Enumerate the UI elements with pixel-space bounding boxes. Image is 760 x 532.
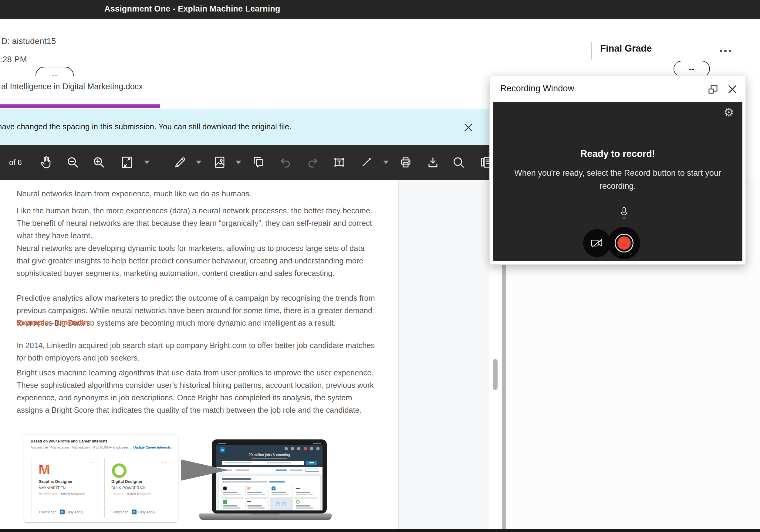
pen-caret-icon[interactable] [196, 161, 202, 164]
recording-window-header: Recording Window [490, 75, 745, 102]
record-button-red-dot [617, 236, 631, 250]
mini-job-card [294, 498, 317, 510]
job-company: BULK POWDERS® [111, 486, 145, 490]
more-options-icon[interactable] [720, 50, 731, 52]
line-caret-icon[interactable] [383, 161, 389, 164]
submission-header: D: aistudent15 :28 PM -- Final Grade -- [0, 19, 760, 76]
bottom-edge-bar [0, 529, 760, 532]
mac-menubar [216, 443, 322, 445]
jobs-headline: 20 million jobs & counting [216, 453, 322, 457]
camera-off-button[interactable] [583, 229, 611, 257]
text-box-icon[interactable] [331, 154, 347, 170]
job-posted: 5 days ago · [111, 510, 130, 514]
assignment-title: Assignment One - Explain Machine Learnin… [104, 4, 280, 14]
doc-paragraph: Neural networks learn from experience, m… [17, 188, 379, 200]
record-button[interactable] [608, 227, 640, 259]
image-stamp-icon[interactable] [212, 154, 228, 170]
filter-bar [216, 467, 322, 474]
submission-time: :28 PM [0, 55, 27, 64]
linkedin-panel-filters: Any job title - Any location - Any indus… [31, 446, 171, 449]
linkedin-panel-heading: Based on your Profile and Career interes… [31, 439, 108, 443]
jobs-panel: M X [218, 475, 321, 510]
linkedin-logo: in [220, 447, 225, 453]
linkedin-badge-icon: in [60, 509, 65, 514]
pages-icon[interactable] [478, 154, 489, 170]
mini-job-card [221, 498, 244, 510]
document-tab-label: al Intelligence in Digital Marketing.doc… [0, 82, 143, 91]
linkedin-nav-icons [285, 447, 319, 450]
notification-message: have changed the spacing in this submiss… [0, 122, 291, 131]
jobs-subline-skeleton [252, 458, 287, 459]
job-posted: 1 week ago · [38, 510, 59, 514]
ready-heading: Ready to record! [493, 148, 742, 159]
doc-heading: Example - LinkedIn: [17, 318, 91, 327]
easy-apply-label: Easy Apply [66, 510, 83, 514]
linkedin-badge-icon: in [132, 509, 136, 514]
title-bar: Assignment One - Explain Machine Learnin… [0, 0, 760, 19]
page-indicator: of 6 [9, 158, 22, 167]
line-tool-icon[interactable] [358, 154, 375, 170]
easy-apply-label: Easy Apply [138, 510, 155, 514]
final-grade-label: Final Grade [600, 43, 652, 54]
card-divider [111, 506, 128, 506]
recording-window-title: Recording Window [500, 83, 574, 93]
undo-icon[interactable] [277, 154, 294, 170]
tab-document[interactable]: al Intelligence in Digital Marketing.doc… [0, 82, 143, 91]
grading-app: Assignment One - Explain Machine Learnin… [0, 0, 760, 532]
microphone-icon [620, 207, 629, 221]
document-viewer: Neural networks learn from experience, m… [0, 180, 489, 529]
bulk-powders-logo [112, 463, 126, 478]
mini-job-card [246, 498, 268, 510]
fit-page-caret-icon[interactable] [144, 161, 150, 164]
jobs-content: M X [216, 473, 322, 510]
job-search-field [222, 461, 304, 465]
search-icon[interactable] [450, 154, 467, 170]
job-title: Digital Designer [111, 479, 143, 484]
student-id: D: aistudent15 [1, 36, 56, 46]
comment-icon[interactable] [250, 154, 267, 170]
pan-icon[interactable] [38, 154, 54, 170]
laptop-base [199, 513, 332, 520]
doc-paragraph: Neural networks are developing dynamic t… [17, 242, 379, 279]
recording-instructions: When you're ready, select the Record but… [511, 167, 724, 193]
fit-page-icon[interactable] [119, 154, 135, 170]
linkedin-suggestions-image: Based on your Profile and Career interes… [24, 435, 178, 523]
card-menu-icon: ... [162, 459, 166, 464]
mini-job-card: X [270, 485, 293, 498]
mini-job-card: M [246, 485, 268, 498]
laptop-image: in 20 million jobs & counting [212, 439, 327, 513]
mini-job-card [221, 485, 244, 498]
job-meta: 1 week ago · in Easy Apply [38, 509, 83, 514]
header-divider [591, 42, 592, 60]
recording-window: Recording Window ⚙ Ready to record! When… [490, 75, 746, 265]
card-divider [38, 506, 55, 506]
recording-close-icon[interactable] [726, 83, 739, 96]
image-caret-icon[interactable] [236, 161, 241, 164]
spacing-notification: have changed the spacing in this submiss… [0, 109, 489, 145]
laptop-screen: in 20 million jobs & counting [216, 443, 322, 510]
update-career-link: Update Career interests [133, 446, 171, 449]
doc-paragraph: Like the human brain, the more experienc… [17, 205, 379, 242]
final-grade-pill[interactable]: -- [674, 61, 710, 77]
scrollbar-thumb[interactable] [493, 359, 498, 390]
callout-arrow [181, 459, 228, 481]
popout-icon[interactable] [707, 83, 719, 96]
notification-close-icon[interactable] [462, 121, 475, 134]
job-location: Manchester, United Kingdom [38, 492, 85, 496]
linkedin-site-header: in 20 million jobs & counting [216, 445, 322, 467]
active-tab-underline [0, 104, 160, 108]
settings-gear-icon[interactable]: ⚙ [724, 107, 734, 118]
annotate-pen-icon[interactable] [172, 154, 188, 170]
viewer-toolbar: of 6 [0, 145, 489, 180]
job-location: London, United Kingdom [111, 492, 151, 496]
redo-icon[interactable] [305, 154, 321, 170]
zoom-out-icon[interactable] [65, 154, 81, 170]
search-button [306, 461, 317, 465]
document-page: Neural networks learn from experience, m… [0, 180, 399, 529]
print-icon[interactable] [398, 154, 414, 170]
zoom-in-icon[interactable] [91, 154, 107, 170]
mini-info-card [270, 498, 293, 510]
job-company: MAYNINETEEN [38, 486, 66, 490]
download-icon[interactable] [425, 154, 441, 170]
maynineteen-logo: M [38, 463, 50, 476]
